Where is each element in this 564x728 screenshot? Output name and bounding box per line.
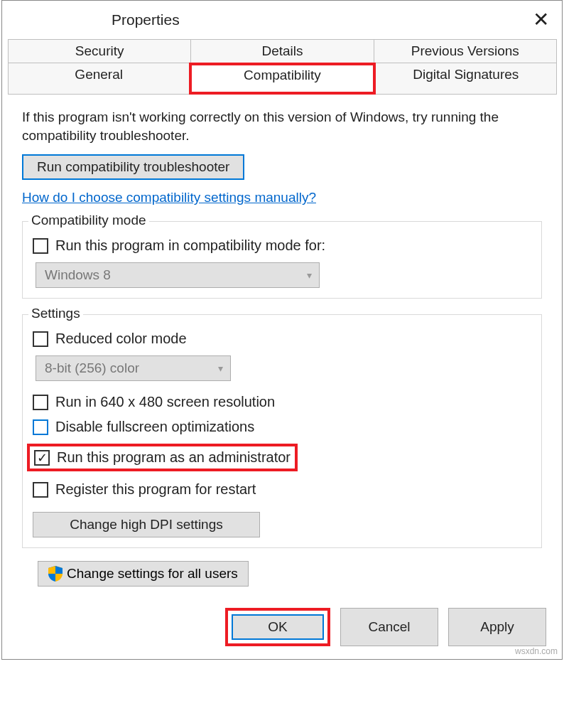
compat-mode-checkbox[interactable] bbox=[33, 238, 48, 254]
disable-fullscreen-checkbox[interactable] bbox=[33, 419, 48, 435]
change-all-users-label: Change settings for all users bbox=[67, 566, 238, 582]
compat-mode-select[interactable]: Windows 8 ▾ bbox=[36, 262, 320, 288]
settings-group: Settings Reduced color mode 8-bit (256) … bbox=[22, 314, 542, 548]
settings-title: Settings bbox=[28, 306, 83, 321]
tab-digital-signatures[interactable]: Digital Signatures bbox=[375, 63, 557, 95]
run-as-admin-label: Run this program as an administrator bbox=[57, 449, 291, 466]
ok-button[interactable]: OK bbox=[232, 614, 324, 640]
change-all-users-button[interactable]: Change settings for all users bbox=[38, 561, 249, 587]
compatibility-mode-group: Compatibility mode Run this program in c… bbox=[22, 221, 542, 299]
run-as-admin-highlight: Run this program as an administrator bbox=[27, 444, 298, 471]
close-button[interactable]: ✕ bbox=[525, 4, 556, 35]
ok-highlight: OK bbox=[225, 608, 330, 646]
tab-content: If this program isn't working correctly … bbox=[2, 94, 562, 598]
close-icon: ✕ bbox=[533, 8, 549, 31]
run-troubleshooter-button[interactable]: Run compatibility troubleshooter bbox=[22, 154, 244, 180]
tab-previous-versions[interactable]: Previous Versions bbox=[374, 39, 557, 63]
register-restart-label: Register this program for restart bbox=[55, 481, 256, 498]
shield-icon bbox=[48, 566, 63, 582]
run-as-admin-checkbox[interactable] bbox=[34, 450, 50, 466]
chevron-down-icon: ▾ bbox=[218, 363, 223, 374]
tab-strip: Security Details Previous Versions Gener… bbox=[2, 39, 562, 94]
chevron-down-icon: ▾ bbox=[307, 269, 312, 281]
dialog-footer: OK Cancel Apply bbox=[2, 598, 562, 659]
apply-button[interactable]: Apply bbox=[448, 608, 546, 646]
color-mode-value: 8-bit (256) color bbox=[45, 360, 139, 376]
register-restart-checkbox[interactable] bbox=[33, 482, 48, 498]
titlebar: Properties ✕ bbox=[2, 1, 562, 39]
window-title: Properties bbox=[112, 11, 180, 28]
properties-dialog: Properties ✕ Security Details Previous V… bbox=[1, 0, 563, 660]
reduced-color-checkbox[interactable] bbox=[33, 331, 48, 347]
run-640x480-label: Run in 640 x 480 screen resolution bbox=[55, 394, 275, 410]
color-mode-select[interactable]: 8-bit (256) color ▾ bbox=[36, 355, 231, 381]
compat-mode-title: Compatibility mode bbox=[28, 213, 149, 228]
change-dpi-button[interactable]: Change high DPI settings bbox=[33, 512, 260, 537]
tab-details[interactable]: Details bbox=[190, 39, 374, 63]
watermark: wsxdn.com bbox=[515, 646, 558, 656]
disable-fullscreen-label: Disable fullscreen optimizations bbox=[55, 419, 254, 435]
tab-compatibility[interactable]: Compatibility bbox=[189, 63, 375, 95]
run-640x480-checkbox[interactable] bbox=[33, 395, 48, 410]
tab-general[interactable]: General bbox=[8, 63, 190, 95]
tab-security[interactable]: Security bbox=[8, 39, 191, 63]
reduced-color-label: Reduced color mode bbox=[55, 331, 187, 347]
cancel-button[interactable]: Cancel bbox=[340, 608, 438, 646]
intro-text: If this program isn't working correctly … bbox=[22, 108, 542, 144]
manual-settings-link[interactable]: How do I choose compatibility settings m… bbox=[22, 190, 316, 205]
compat-mode-value: Windows 8 bbox=[45, 267, 111, 283]
compat-mode-label: Run this program in compatibility mode f… bbox=[55, 237, 325, 254]
